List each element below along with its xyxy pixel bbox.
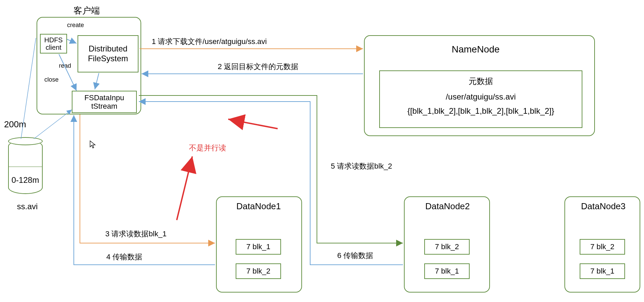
datanode1-blk2: 7 blk_2 [236,263,281,279]
close-label: close [44,76,59,83]
arrow5-label: 5 请求读数据blk_2 [331,161,392,171]
cylinder-divider [8,167,43,167]
meta-blocks: {[blk_1,blk_2],[blk_1,blk_2],[blk_1,blk_… [380,106,582,116]
meta-path: /user/atguigu/ss.avi [380,92,582,102]
datanode3-title: DataNode3 [581,201,626,212]
namenode-title: NameNode [452,44,500,55]
fs-input-stream-box: FSDataInpu tStream [72,91,137,113]
arrow3-label: 3 请求读数据blk_1 [105,229,167,239]
storage-range: 0-128m [12,175,39,185]
read-label: read [59,62,71,69]
datanode2-blk1: 7 blk_2 [424,239,470,255]
meta-title: 元数据 [380,76,582,87]
datanode1-title: DataNode1 [236,201,281,212]
storage-cylinder [8,140,43,194]
datanode2-title: DataNode2 [425,201,470,212]
distributed-fs-box: Distributed FileSystem [78,35,138,72]
not-parallel-annotation: 不是并行读 [189,143,226,153]
client-title: 客户端 [73,5,100,17]
arrow2-label: 2 返回目标文件的元数据 [218,62,298,72]
mouse-cursor-icon [89,140,96,150]
hdfs-client-box: HDFS client [40,34,67,53]
datanode2-blk2: 7 blk_1 [424,263,470,279]
arrow1-label: 1 请求下载文件/user/atguigu/ss.avi [152,37,267,47]
datanode3-blk2: 7 blk_1 [580,263,625,279]
storage-200m: 200m [4,119,26,130]
metadata-box: 元数据 /user/atguigu/ss.avi {[blk_1,blk_2],… [379,70,582,128]
svg-line-8 [228,119,278,129]
datanode3-blk1: 7 blk_2 [580,239,625,255]
create-label: create [67,22,84,29]
arrow4-label: 4 传输数据 [106,252,142,262]
svg-line-7 [177,156,192,220]
datanode1-blk1: 7 blk_1 [236,239,281,255]
arrow6-label: 6 传输数据 [337,251,373,261]
storage-filename: ss.avi [17,202,38,211]
